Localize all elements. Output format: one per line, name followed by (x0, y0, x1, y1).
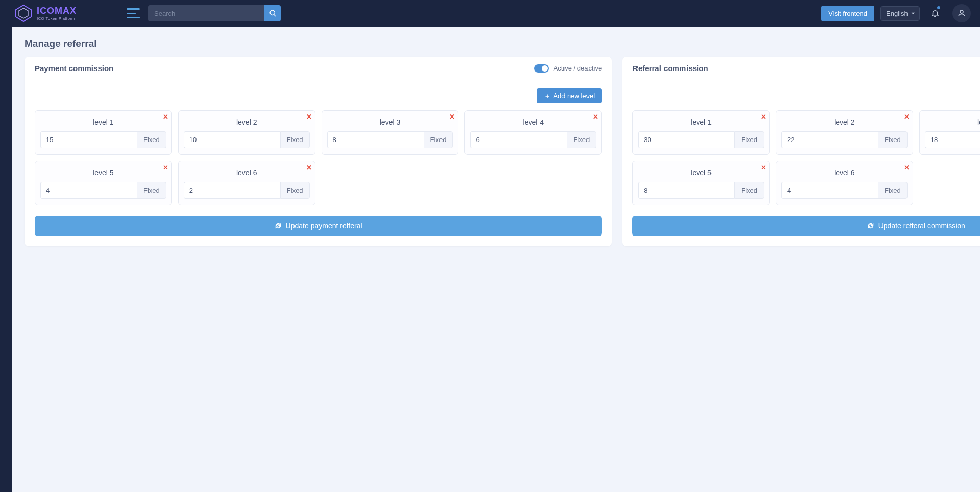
remove-level-button[interactable]: ✕ (761, 163, 766, 171)
level-box: ✕level 5Fixed (632, 161, 770, 205)
level-value-input[interactable] (40, 131, 137, 148)
remove-level-button[interactable]: ✕ (904, 113, 910, 121)
sidebar-item-manage-logs[interactable]: Manage logs (6, 444, 12, 471)
logo[interactable]: ICOMAX ICO Token Platform (0, 0, 114, 27)
level-name: level 2 (184, 118, 310, 126)
language-select[interactable]: English (880, 6, 920, 21)
remove-level-button[interactable]: ✕ (761, 113, 766, 121)
level-box: ✕level 6Fixed (776, 161, 913, 205)
sidebar-item-manage-settings[interactable]: Manage settings (6, 314, 12, 341)
level-type-label: Fixed (280, 182, 310, 199)
update-payment-button[interactable]: Update payment refferal (35, 216, 602, 236)
svg-marker-0 (16, 5, 31, 21)
referral-levels-grid: ✕level 1Fixed✕level 2Fixed✕level 3Fixed✕… (632, 110, 980, 205)
notification-dot (937, 6, 940, 9)
level-value-input[interactable] (184, 131, 280, 148)
svg-marker-1 (19, 8, 28, 18)
sidebar-heading: THEME SETTINGS (6, 367, 12, 391)
level-type-label: Fixed (878, 182, 908, 199)
level-type-label: Fixed (280, 131, 310, 148)
level-name: level 5 (40, 169, 166, 177)
level-type-label: Fixed (567, 131, 596, 148)
level-value-input[interactable] (781, 131, 878, 148)
search-input[interactable] (148, 5, 264, 21)
level-type-label: Fixed (137, 131, 166, 148)
level-value-input[interactable] (470, 131, 567, 148)
user-avatar[interactable] (952, 4, 971, 22)
payment-card-title: Payment commission (35, 64, 113, 73)
referral-commission-card: Referral commission Active / deactive Ad… (622, 57, 980, 246)
update-referral-button[interactable]: Update refferal commission (632, 216, 980, 236)
search-icon (268, 9, 277, 17)
remove-level-button[interactable]: ✕ (904, 163, 910, 171)
top-header: ICOMAX ICO Token Platform Visit frontend… (0, 0, 980, 27)
payment-levels-grid: ✕level 1Fixed✕level 2Fixed✕level 3Fixed✕… (35, 110, 602, 205)
level-box: ✕level 4Fixed (464, 110, 602, 155)
level-name: level 2 (781, 118, 908, 126)
level-box: ✕level 6Fixed (178, 161, 315, 205)
sidebar-item-ico-settings[interactable]: Ico settings (6, 105, 12, 131)
sidebar-heading: APPLICATION SETTINGS (6, 264, 12, 288)
level-type-label: Fixed (734, 182, 764, 199)
sidebar-item-payment-gateways[interactable]: Payment gateways (6, 288, 12, 314)
level-box: ✕level 2Fixed (776, 110, 913, 155)
sidebar-item-manage-frontend[interactable]: Manage frontend (6, 417, 12, 444)
level-value-input[interactable] (327, 131, 424, 148)
remove-level-button[interactable]: ✕ (306, 163, 312, 171)
refresh-icon (275, 222, 282, 229)
level-type-label: Fixed (878, 131, 908, 148)
payment-toggle-label: Active / deactive (554, 64, 602, 72)
level-value-input[interactable] (781, 182, 878, 199)
brand-icon (14, 4, 33, 22)
level-value-input[interactable] (638, 182, 734, 199)
level-value-input[interactable] (40, 182, 137, 199)
sidebar-item-manage-payments[interactable]: Manage payments (6, 158, 12, 184)
level-name: level 6 (184, 169, 310, 177)
level-value-input[interactable] (184, 182, 280, 199)
level-value-input[interactable] (925, 131, 980, 148)
sidebar-item-manage-language[interactable]: Manage language (6, 471, 12, 492)
sidebar-item-email-config[interactable]: Email config (6, 341, 12, 367)
sidebar-item-manage-pages[interactable]: Manage pages (6, 391, 12, 417)
brand-name: ICOMAX (37, 6, 77, 16)
search-box (148, 5, 281, 21)
level-type-label: Fixed (424, 131, 453, 148)
sidebar-item-dashboard[interactable]: Dashboard (6, 35, 12, 55)
sidebar: DashboardICO SETTINGManage currencyIco s… (0, 27, 12, 492)
level-name: level 5 (638, 169, 764, 177)
sidebar-item-manage-withdraw[interactable]: Manage withdraw (6, 211, 12, 238)
notifications-button[interactable] (926, 4, 944, 22)
level-name: level 1 (638, 118, 764, 126)
level-box: ✕level 2Fixed (178, 110, 315, 155)
level-box: ✕level 1Fixed (632, 110, 770, 155)
level-name: level 3 (327, 118, 453, 126)
payment-add-level-button[interactable]: Add new level (537, 88, 602, 103)
remove-level-button[interactable]: ✕ (306, 113, 312, 121)
level-box: ✕level 1Fixed (35, 110, 172, 155)
sidebar-item-manage-currency[interactable]: Manage currency (6, 78, 12, 105)
sidebar-item-manage-users[interactable]: Manage users (6, 238, 12, 264)
brand-subtitle: ICO Token Platform (37, 16, 77, 21)
payment-active-toggle[interactable] (534, 64, 549, 73)
remove-level-button[interactable]: ✕ (449, 113, 455, 121)
remove-level-button[interactable]: ✕ (163, 113, 168, 121)
level-box: ✕level 3Fixed (919, 110, 980, 155)
visit-frontend-button[interactable]: Visit frontend (821, 6, 874, 21)
level-box: ✕level 3Fixed (322, 110, 459, 155)
level-type-label: Fixed (137, 182, 166, 199)
level-value-input[interactable] (638, 131, 734, 148)
user-icon (957, 9, 966, 18)
level-name: level 3 (925, 118, 980, 126)
payment-commission-card: Payment commission Active / deactive Add… (24, 57, 612, 246)
sidebar-item-manage-deposit[interactable]: Manage deposit (6, 184, 12, 211)
remove-level-button[interactable]: ✕ (593, 113, 598, 121)
menu-toggle-icon[interactable] (127, 8, 140, 18)
search-button[interactable] (264, 5, 281, 21)
referral-card-title: Referral commission (632, 64, 708, 73)
sidebar-item-manage-stage[interactable]: Manage stage (6, 131, 12, 158)
sidebar-heading: ICO SETTING (6, 55, 12, 78)
remove-level-button[interactable]: ✕ (163, 163, 168, 171)
page-title: Manage referral (24, 38, 97, 50)
plus-icon (544, 93, 550, 99)
level-name: level 1 (40, 118, 166, 126)
